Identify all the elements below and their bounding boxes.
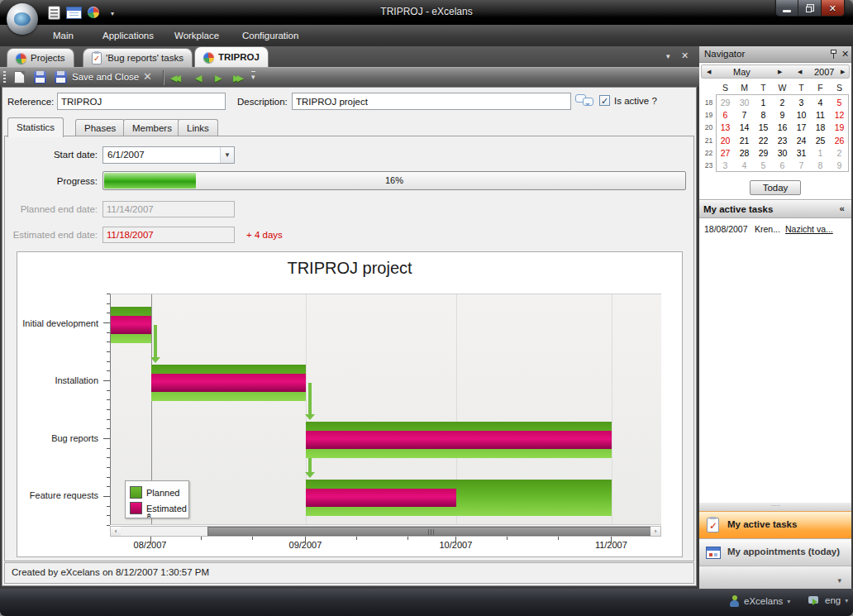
calendar-day[interactable]: 2 [830,148,849,158]
calendar-day[interactable]: 28 [735,148,754,158]
app-logo[interactable] [7,3,38,35]
calendar-day[interactable]: 24 [792,136,811,146]
calendar-day[interactable]: 14 [735,122,754,132]
calendar-year[interactable]: 2007 [814,67,834,77]
new-button[interactable] [14,71,25,84]
comments-icon[interactable] [574,93,596,110]
start-date-combo[interactable]: 6/1/2007 ▼ [102,146,235,164]
calendar-day[interactable]: 10 [792,110,811,120]
calendar-day[interactable]: 3 [792,98,811,107]
calendar-day[interactable]: 19 [830,122,849,132]
language-dropdown[interactable]: eng ▾ [808,595,848,605]
next-record-button[interactable]: ▶ [215,73,222,84]
calendar-day[interactable]: 20 [716,136,735,146]
calendar-day[interactable]: 12 [830,110,849,120]
today-button[interactable]: Today [750,180,801,195]
estimated-bar[interactable] [151,374,307,392]
collapse-icon[interactable]: « [840,203,845,213]
footer-dropdown-icon[interactable]: ▾ [837,576,841,585]
save-button[interactable] [34,71,46,84]
calendar-day[interactable]: 3 [716,160,735,170]
delete-button[interactable]: ✕ [143,70,152,83]
close-button[interactable]: ✕ [822,0,844,17]
calendar-day[interactable]: 1 [754,98,773,107]
menu-main[interactable]: Main [48,29,79,42]
quick-access-calendar-icon[interactable] [66,7,82,19]
calendar-day[interactable]: 15 [754,122,773,132]
calendar-day[interactable]: 22 [754,136,773,146]
minimize-button[interactable] [776,0,798,17]
quick-access-clipboard-icon[interactable] [48,6,60,20]
calendar-day[interactable]: 31 [792,148,811,158]
estimated-bar[interactable] [111,316,151,334]
calendar-day[interactable]: 13 [716,122,735,132]
subtab-phases[interactable]: Phases [75,119,125,136]
calendar-day[interactable]: 27 [716,148,735,158]
previous-record-button[interactable]: ◀ [195,73,202,84]
first-record-button[interactable]: ◀◀ [170,73,178,84]
combo-dropdown-icon[interactable]: ▼ [220,147,234,163]
calendar-day[interactable]: 29 [754,148,773,158]
last-record-button[interactable]: ▶▶ [233,73,241,84]
calendar-day[interactable]: 9 [773,110,792,120]
quick-access-chart-icon[interactable] [88,7,99,18]
toolbar-overflow-icon[interactable]: ▾ [251,71,255,83]
sidebar-splitter[interactable]: ····· [699,503,851,511]
prev-month-icon[interactable]: ◀ [707,69,711,75]
subtab-members[interactable]: Members [123,119,181,136]
menu-workplace[interactable]: Workplace [169,29,224,42]
calendar-day[interactable]: 7 [735,110,754,120]
calendar-day[interactable]: 11 [811,110,830,120]
calendar-day[interactable]: 8 [811,160,830,170]
tab-projects[interactable]: Projects [7,48,74,67]
pin-icon[interactable] [830,50,837,60]
calendar-month[interactable]: May [733,67,751,77]
estimated-bar[interactable] [306,489,456,507]
calendar-day[interactable]: 2 [773,98,792,107]
calendar-day[interactable]: 8 [754,110,773,120]
is-active-checkbox[interactable]: ✓ [599,95,610,106]
calendar-day[interactable]: 17 [792,122,811,132]
scrollbar-thumb[interactable] [207,527,652,536]
calendar-day[interactable]: 5 [830,98,849,107]
calendar-day[interactable]: 1 [811,148,830,158]
save-and-close-icon[interactable] [55,71,67,84]
calendar-day[interactable]: 16 [773,122,792,132]
calendar-day[interactable]: 6 [773,160,792,170]
scroll-right-icon[interactable]: › [650,527,660,536]
subtab-statistics[interactable]: Statistics [7,117,64,137]
quick-access-dropdown-icon[interactable]: ▾ [111,10,114,17]
scroll-left-icon[interactable]: ‹ [111,527,121,536]
active-tasks-header[interactable]: My active tasks « [699,200,851,218]
calendar-day[interactable]: 7 [792,160,811,170]
chart-scrollbar[interactable]: ‹ › [110,526,661,537]
navigator-close-icon[interactable]: ✕ [841,49,849,60]
reference-input[interactable] [57,93,226,110]
tab-list-dropdown-icon[interactable]: ▾ [666,52,670,60]
calendar-day[interactable]: 4 [735,160,754,170]
calendar-day[interactable]: 26 [830,136,849,146]
calendar-day[interactable]: 21 [735,136,754,146]
calendar-day[interactable]: 4 [811,98,830,107]
calendar-day[interactable]: 23 [773,136,792,146]
my-active-tasks-button[interactable]: My active tasks [699,511,851,538]
save-and-close-button[interactable]: Save and Close [72,72,139,82]
axis-zoom-handle-icon[interactable]: « [145,513,155,517]
user-dropdown[interactable]: eXcelans ▾ [729,595,790,607]
toolbar-grip[interactable] [3,71,6,84]
menu-configuration[interactable]: Configuration [237,29,303,42]
tab-close-icon[interactable]: ✕ [681,50,689,61]
description-input[interactable] [292,93,571,110]
restore-button[interactable] [798,0,821,17]
calendar-day[interactable]: 9 [830,160,849,170]
calendar-day[interactable]: 18 [811,122,830,132]
tab-triproj[interactable]: TRIPROJ [194,46,269,67]
task-link[interactable]: Nazicht va... [785,224,833,234]
calendar-day[interactable]: 30 [735,98,754,107]
my-appointments-button[interactable]: My appointments (today) [699,538,851,566]
calendar-day[interactable]: 6 [716,110,735,120]
calendar-day[interactable]: 25 [811,136,830,146]
next-year-icon[interactable]: ▶ [841,69,845,75]
tab-bug-reports-tasks[interactable]: 'Bug reports' tasks [83,48,193,67]
estimated-bar[interactable] [306,431,612,449]
